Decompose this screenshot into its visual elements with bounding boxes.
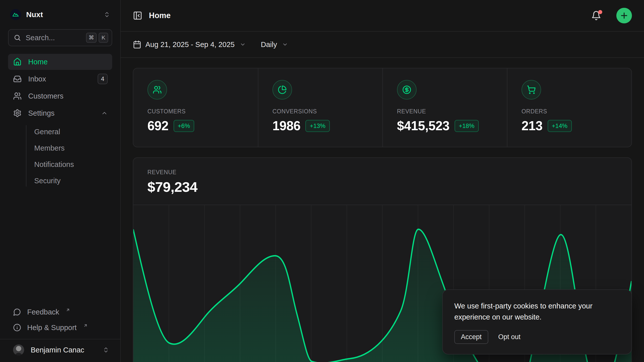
stat-delta-badge: +6% [174,120,194,132]
stat-revenue[interactable]: Revenue $415,523 +18% [382,68,507,147]
search-input[interactable]: Search... ⌘ K [8,29,112,46]
notification-dot [598,10,602,14]
add-button[interactable] [616,8,632,23]
chart-header: Revenue $79,234 [133,158,631,205]
subnav-label: Notifications [34,160,74,169]
info-icon [13,324,21,332]
gear-icon [13,109,22,117]
subnav-label: General [34,128,60,136]
cookie-banner: We use first-party cookies to enhance yo… [442,289,632,354]
sidebar-item-inbox[interactable]: Inbox 4 [8,71,112,87]
search-shortcut: ⌘ K [86,33,108,43]
kbd-meta: ⌘ [86,33,97,43]
sidebar-item-home[interactable]: Home [8,54,112,70]
sidebar-item-security[interactable]: Security [34,173,112,189]
sidebar-footer: Feedback Help & Support Benjamin Canac [8,304,112,362]
stat-value: 213 [521,118,543,133]
sidebar-item-label: Customers [28,92,108,100]
stat-delta-badge: +14% [548,120,572,132]
message-circle-icon [13,308,21,316]
sidebar-item-label: Home [28,58,108,66]
sidebar-item-notifications[interactable]: Notifications [34,156,112,173]
search-icon [14,34,21,41]
user-name: Benjamin Canac [31,346,96,354]
chevrons-up-down-icon [103,347,109,353]
notifications-button[interactable] [591,11,601,21]
stat-value: $415,523 [397,118,450,133]
sidebar-nav: Home Inbox 4 Customers [8,54,112,189]
stat-label: Customers [147,108,248,115]
search-placeholder: Search... [26,34,82,42]
help-support-link[interactable]: Help & Support [8,320,112,335]
stat-customers[interactable]: Customers 692 +6% [133,68,258,147]
stat-delta-badge: +18% [455,120,479,132]
circle-dollar-icon [397,80,417,100]
shopping-cart-icon [521,80,541,100]
sidebar-item-label: Settings [28,109,95,117]
users-icon [147,80,167,100]
chevrons-up-down-icon [104,11,110,18]
inbox-count-badge: 4 [98,74,108,84]
main-panel: Home Aug 21, 2025 - Sep 4, 2025 [121,0,644,362]
date-range-picker[interactable]: Aug 21, 2025 - Sep 4, 2025 [133,40,246,49]
external-link-icon [66,308,70,312]
granularity-select[interactable]: Daily [261,40,288,49]
users-icon [13,92,22,100]
foot-link-label: Feedback [27,308,59,316]
nuxt-logo-icon [10,9,21,20]
plus-icon [620,11,629,20]
chevron-down-icon [282,41,288,48]
inbox-icon [13,75,22,83]
sidebar: Nuxt Search... ⌘ K Home [0,0,121,362]
team-switcher[interactable]: Nuxt [8,9,112,20]
subnav-label: Security [34,177,61,185]
chart-current-value: $79,234 [147,179,617,195]
cookie-message: We use first-party cookies to enhance yo… [454,300,608,323]
chart-title: Revenue [147,169,617,176]
page-header: Home [121,0,644,32]
team-name: Nuxt [26,10,99,19]
home-icon [13,58,22,66]
sidebar-item-members[interactable]: Members [34,140,112,156]
subnav-label: Members [34,144,65,152]
stat-label: Conversions [272,108,372,115]
chevron-up-icon [101,110,108,116]
calendar-icon [133,40,141,49]
stat-orders[interactable]: Orders 213 +14% [507,68,631,147]
stat-label: Orders [521,108,621,115]
pie-chart-icon [272,80,292,100]
sidebar-item-settings[interactable]: Settings [8,105,112,121]
sidebar-item-customers[interactable]: Customers [8,88,112,104]
filters-toolbar: Aug 21, 2025 - Sep 4, 2025 Daily [121,32,644,58]
date-range-value: Aug 21, 2025 - Sep 4, 2025 [145,40,235,49]
foot-link-label: Help & Support [27,324,77,332]
stat-value: 1986 [272,118,300,133]
stat-conversions[interactable]: Conversions 1986 +13% [258,68,382,147]
user-menu[interactable]: Benjamin Canac [0,339,120,362]
stat-value: 692 [147,118,169,133]
stats-card: Customers 692 +6% Conversions 1986 +13% [133,68,632,147]
settings-subnav: General Members Notifications Security [8,124,112,189]
sidebar-item-general[interactable]: General [34,124,112,140]
granularity-value: Daily [261,40,277,49]
chevron-down-icon [240,41,246,48]
stat-delta-badge: +13% [305,120,330,132]
feedback-link[interactable]: Feedback [8,304,112,320]
cookie-actions: Accept Opt out [454,330,620,344]
avatar [13,344,24,355]
kbd-key: K [99,33,108,43]
external-link-icon [83,323,88,328]
page-title: Home [149,11,585,20]
accept-button[interactable]: Accept [454,330,488,344]
collapse-sidebar-button[interactable] [133,11,142,20]
stat-label: Revenue [397,108,497,115]
opt-out-button[interactable]: Opt out [498,333,521,341]
sidebar-item-label: Inbox [28,75,91,83]
panel-left-close-icon [133,11,142,20]
